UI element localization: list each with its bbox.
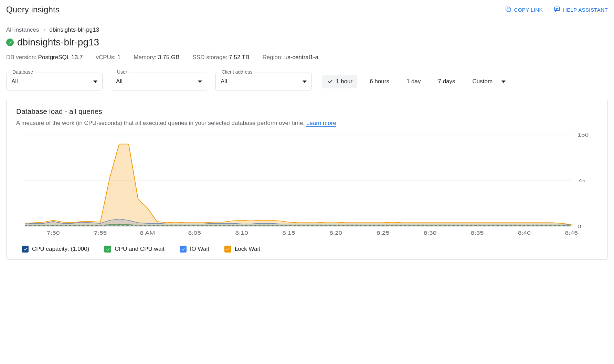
chat-icon: [554, 6, 560, 13]
chevron-right-icon: [42, 26, 46, 33]
user-filter: User All: [111, 73, 207, 90]
legend-item[interactable]: CPU and CPU wait: [104, 246, 165, 253]
legend-swatch-icon: [104, 246, 111, 253]
svg-text:7:55: 7:55: [94, 230, 107, 236]
legend-item[interactable]: IO Wait: [180, 246, 209, 253]
time-range-chip[interactable]: 6 hours: [365, 75, 394, 88]
legend-swatch-icon: [224, 246, 231, 253]
learn-more-link[interactable]: Learn more: [306, 120, 336, 127]
filter-row: Database All User All Client address All…: [6, 73, 608, 90]
client-filter-label: Client address: [220, 69, 255, 75]
help-assistant-label: HELP ASSISTANT: [563, 7, 608, 13]
svg-text:8:45: 8:45: [565, 230, 578, 236]
svg-text:8 AM: 8 AM: [140, 230, 155, 236]
card-title: Database load - all queries: [16, 107, 598, 116]
svg-rect-1: [554, 7, 559, 10]
client-filter: Client address All: [215, 73, 312, 90]
svg-text:150: 150: [578, 133, 589, 138]
caret-down-icon: [501, 81, 506, 83]
svg-text:7:50: 7:50: [47, 230, 60, 236]
caret-down-icon: [93, 81, 97, 83]
legend-swatch-icon: [22, 246, 29, 253]
help-assistant-button[interactable]: HELP ASSISTANT: [554, 6, 608, 13]
copy-link-label: COPY LINK: [514, 7, 543, 13]
svg-text:8:20: 8:20: [329, 230, 342, 236]
svg-text:8:35: 8:35: [471, 230, 484, 236]
client-select[interactable]: All: [215, 73, 312, 90]
time-range-chip[interactable]: Custom: [468, 75, 510, 88]
svg-text:8:05: 8:05: [188, 230, 201, 236]
svg-text:8:30: 8:30: [424, 230, 436, 236]
db-load-card: Database load - all queries A measure of…: [6, 99, 608, 260]
database-select[interactable]: All: [6, 73, 103, 90]
time-range-chip[interactable]: 1 hour: [322, 75, 357, 88]
breadcrumb-root[interactable]: All instances: [6, 26, 39, 33]
svg-text:75: 75: [578, 178, 585, 183]
legend-swatch-icon: [180, 246, 187, 253]
copy-link-button[interactable]: COPY LINK: [505, 6, 543, 13]
svg-text:8:15: 8:15: [282, 230, 295, 236]
user-select[interactable]: All: [111, 73, 207, 90]
breadcrumb: All instances dbinsights-blr-pg13: [6, 26, 608, 33]
legend-item[interactable]: Lock Wait: [224, 246, 260, 253]
svg-rect-0: [507, 8, 510, 11]
card-description: A measure of the work (in CPU-seconds) t…: [16, 120, 598, 127]
svg-text:8:25: 8:25: [377, 230, 389, 236]
database-filter: Database All: [6, 73, 103, 90]
status-ok-icon: [6, 39, 14, 46]
breadcrumb-current: dbinsights-blr-pg13: [49, 26, 99, 33]
svg-text:8:10: 8:10: [235, 230, 248, 236]
caret-down-icon: [198, 81, 202, 83]
chart-legend: CPU capacity: (1.000)CPU and CPU waitIO …: [16, 246, 598, 253]
svg-text:0: 0: [578, 223, 581, 229]
svg-text:8:40: 8:40: [518, 230, 531, 236]
time-range-chip[interactable]: 7 days: [433, 75, 460, 88]
legend-item[interactable]: CPU capacity: (1.000): [22, 246, 89, 253]
page-title: Query insights: [6, 5, 60, 14]
instance-name: dbinsights-blr-pg13: [17, 37, 99, 48]
user-filter-label: User: [115, 69, 129, 75]
time-range-chip[interactable]: 1 day: [402, 75, 426, 88]
database-filter-label: Database: [10, 69, 35, 75]
copy-icon: [505, 6, 511, 13]
instance-meta: DB version: PostgreSQL 13.7 vCPUs: 1 Mem…: [6, 54, 608, 61]
caret-down-icon: [303, 81, 307, 83]
db-load-chart: 0751507:507:558 AM8:058:108:158:208:258:…: [16, 133, 598, 237]
time-range-chips: 1 hour6 hours1 day7 daysCustom: [322, 75, 510, 88]
